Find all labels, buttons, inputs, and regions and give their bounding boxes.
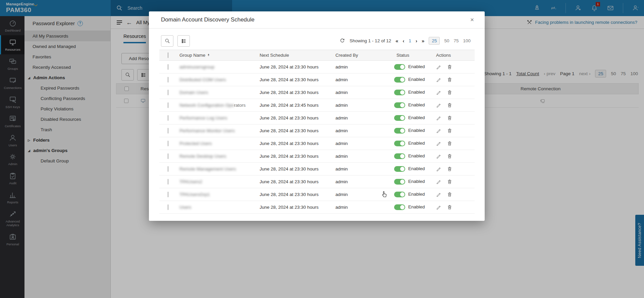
delete-icon[interactable] — [447, 77, 452, 83]
status-cell: Enabled — [394, 64, 435, 70]
status-label: Enabled — [408, 166, 425, 171]
edit-icon[interactable] — [436, 153, 442, 159]
delete-icon[interactable] — [447, 166, 452, 172]
next-schedule-cell: June 28, 2024 at 23:30 hours — [260, 90, 335, 95]
status-cell: Enabled — [394, 166, 435, 172]
row-checkbox[interactable] — [168, 115, 168, 121]
edit-icon[interactable] — [436, 90, 442, 95]
last-page-icon[interactable]: » — [422, 38, 424, 43]
prev-page-icon[interactable]: ‹ — [403, 38, 405, 43]
group-name-header[interactable]: Group Name — [179, 53, 205, 58]
status-label: Enabled — [408, 102, 425, 107]
table-row: Domain UsersJune 28, 2024 at 23:30 hours… — [159, 86, 475, 99]
delete-icon[interactable] — [447, 192, 452, 197]
status-cell: Enabled — [394, 115, 435, 121]
status-toggle[interactable] — [394, 64, 405, 70]
status-label: Enabled — [408, 77, 425, 82]
row-checkbox[interactable] — [168, 192, 168, 197]
delete-icon[interactable] — [447, 90, 452, 95]
edit-icon[interactable] — [436, 128, 442, 134]
modal-page-size-50[interactable]: 50 — [444, 38, 449, 43]
created-by-cell: admin — [335, 154, 394, 159]
group-name-cell: Remote Desktop Users — [179, 154, 260, 159]
row-checkbox[interactable] — [168, 179, 168, 185]
next-schedule-cell: June 28, 2024 at 23:30 hours — [260, 166, 335, 171]
next-schedule-header: Next Schedule — [260, 53, 335, 58]
sort-icon[interactable]: ▲▼ — [207, 54, 210, 56]
edit-icon[interactable] — [436, 179, 442, 185]
created-by-cell: admin — [335, 192, 394, 197]
row-checkbox[interactable] — [168, 141, 168, 146]
delete-icon[interactable] — [447, 204, 452, 210]
group-name-cell: Network Configuration Operators — [179, 103, 260, 108]
status-toggle[interactable] — [394, 115, 405, 121]
domain-account-discovery-schedule-modal: Domain Account Discovery Schedule × Show… — [149, 11, 485, 221]
status-toggle[interactable] — [394, 141, 405, 146]
group-name-cell: TPAUsers2 — [179, 179, 260, 184]
delete-icon[interactable] — [447, 179, 452, 185]
status-toggle[interactable] — [394, 179, 405, 185]
group-name-cell: Distributed COM Users — [179, 77, 260, 82]
edit-icon[interactable] — [436, 102, 442, 108]
status-toggle[interactable] — [394, 153, 405, 159]
edit-icon[interactable] — [436, 64, 442, 70]
schedule-table-header: Group Name▲▼ Next Schedule Created By St… — [159, 50, 475, 61]
row-checkbox[interactable] — [168, 166, 168, 172]
edit-icon[interactable] — [436, 204, 442, 210]
edit-icon[interactable] — [436, 166, 442, 172]
next-schedule-cell: June 28, 2024 at 23:30 hours — [260, 64, 335, 69]
next-schedule-cell: June 28, 2024 at 23:30 hours — [260, 154, 335, 159]
next-page-icon[interactable]: › — [416, 38, 417, 43]
delete-icon[interactable] — [447, 128, 452, 134]
close-icon[interactable]: × — [468, 15, 477, 25]
status-toggle[interactable] — [394, 77, 405, 83]
group-name-cell: Performance Monitor Users — [179, 128, 260, 133]
edit-icon[interactable] — [436, 77, 442, 83]
row-checkbox[interactable] — [168, 204, 168, 210]
modal-page-size-75[interactable]: 75 — [453, 38, 459, 43]
created-by-cell: admin — [335, 115, 394, 120]
delete-icon[interactable] — [447, 102, 452, 108]
modal-column-chooser-button[interactable] — [177, 35, 190, 47]
current-page[interactable]: 1 — [409, 38, 412, 43]
actions-header: Actions — [435, 53, 475, 58]
edit-icon[interactable] — [436, 141, 442, 146]
next-schedule-cell: June 28, 2024 at 23:30 hours — [260, 205, 335, 210]
status-toggle[interactable] — [394, 192, 405, 197]
status-toggle[interactable] — [394, 90, 405, 95]
status-toggle[interactable] — [394, 128, 405, 134]
status-label: Enabled — [408, 204, 425, 209]
status-cell: Enabled — [394, 102, 435, 108]
delete-icon[interactable] — [447, 115, 452, 121]
edit-icon[interactable] — [436, 115, 442, 121]
row-checkbox[interactable] — [168, 153, 168, 159]
created-by-cell: admin — [335, 166, 394, 171]
delete-icon[interactable] — [447, 141, 452, 146]
table-row: Remote Management UsersJune 28, 2024 at … — [159, 163, 475, 176]
row-checkbox[interactable] — [168, 77, 168, 83]
group-name-cell: Users — [179, 205, 260, 210]
created-by-cell: admin — [335, 179, 394, 184]
row-checkbox[interactable] — [168, 128, 168, 134]
modal-page-size-25[interactable]: 25 — [429, 37, 440, 45]
created-by-cell: admin — [335, 90, 394, 95]
next-schedule-cell: June 28, 2024 at 23:30 hours — [260, 179, 335, 184]
modal-title: Domain Account Discovery Schedule — [161, 16, 468, 23]
refresh-icon[interactable] — [339, 38, 345, 44]
edit-icon[interactable] — [436, 192, 442, 197]
status-toggle[interactable] — [394, 166, 405, 172]
status-toggle[interactable] — [394, 204, 405, 210]
table-row: UsersJune 28, 2024 at 23:30 hoursadminEn… — [159, 201, 475, 214]
next-schedule-cell: June 28, 2024 at 23:45 hours — [260, 103, 335, 108]
next-schedule-cell: June 28, 2024 at 23:30 hours — [260, 115, 335, 120]
row-checkbox[interactable] — [168, 64, 168, 70]
status-toggle[interactable] — [394, 102, 405, 108]
row-checkbox[interactable] — [168, 102, 168, 108]
modal-search-button[interactable] — [161, 35, 173, 47]
delete-icon[interactable] — [447, 64, 452, 70]
modal-select-all-checkbox[interactable] — [168, 52, 168, 58]
first-page-icon[interactable]: « — [395, 38, 398, 43]
delete-icon[interactable] — [447, 153, 452, 159]
row-checkbox[interactable] — [168, 90, 168, 95]
modal-page-size-100[interactable]: 100 — [463, 38, 471, 43]
